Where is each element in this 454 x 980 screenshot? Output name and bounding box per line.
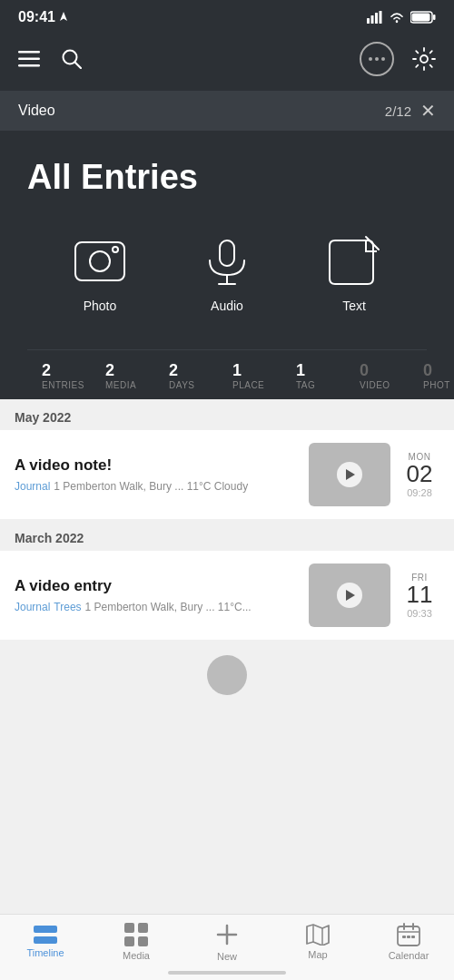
- home-indicator: [168, 971, 286, 975]
- status-icons: [367, 11, 436, 24]
- nav-new-label: New: [217, 951, 237, 962]
- more-options-button[interactable]: [356, 38, 398, 80]
- play-button-2[interactable]: [337, 583, 362, 608]
- entry-thumbnail-2: [309, 564, 390, 627]
- audio-icon: [199, 233, 255, 289]
- nav-timeline[interactable]: Timeline: [18, 926, 73, 958]
- date-day-num-1: 02: [407, 462, 433, 485]
- audio-label: Audio: [211, 299, 243, 313]
- nav-calendar[interactable]: Calendar: [381, 923, 436, 961]
- svg-rect-3: [380, 11, 382, 24]
- stat-media: 2 MEDIA: [105, 361, 160, 390]
- audio-filter-button[interactable]: Audio: [199, 233, 255, 313]
- filter-count: 2/12: [385, 103, 411, 119]
- stat-place-value: 1: [232, 361, 242, 380]
- svg-rect-0: [367, 18, 370, 24]
- media-type-grid: Photo Audio Text: [27, 233, 427, 313]
- svg-rect-34: [402, 936, 406, 938]
- svg-rect-36: [411, 936, 415, 938]
- svg-point-16: [113, 247, 118, 252]
- stat-days-value: 2: [169, 361, 178, 380]
- search-button[interactable]: [58, 45, 85, 73]
- entry-left-1: A video note! Journal 1 Pemberton Walk, …: [15, 456, 309, 493]
- entry-journal-1: Journal: [15, 480, 50, 493]
- text-icon: [326, 233, 382, 289]
- play-button-1[interactable]: [337, 462, 362, 487]
- svg-point-4: [396, 20, 399, 23]
- settings-button[interactable]: [409, 44, 439, 74]
- entry-title-2: A video entry: [15, 577, 309, 595]
- svg-line-12: [75, 63, 82, 69]
- photo-icon: [72, 233, 128, 289]
- play-triangle-icon: [346, 469, 355, 480]
- month-header-march: March 2022: [0, 520, 454, 551]
- stat-photo: 0 PHOT: [423, 361, 454, 390]
- page-title: All Entries: [27, 158, 427, 197]
- svg-rect-17: [220, 240, 234, 266]
- stat-tag-value: 1: [296, 361, 305, 380]
- stat-media-label: MEDIA: [105, 380, 136, 390]
- stats-bar: 2 ENTRIES 2 MEDIA 2 DAYS 1 PLACE 1 TAG 0…: [27, 349, 427, 399]
- status-time: 09:41: [18, 9, 68, 25]
- timeline-icon: [34, 926, 57, 944]
- filter-label: Video: [18, 103, 55, 119]
- svg-rect-1: [371, 15, 374, 24]
- svg-rect-23: [138, 923, 148, 933]
- entry-date-badge-1: MON 02 09:28: [400, 452, 439, 498]
- entry-thumbnail-1: [309, 443, 390, 506]
- stat-video-value: 0: [360, 361, 369, 380]
- hamburger-icon: [18, 51, 40, 67]
- text-filter-button[interactable]: Text: [326, 233, 382, 313]
- nav-media-label: Media: [123, 950, 150, 961]
- entry-card-1[interactable]: A video note! Journal 1 Pemberton Walk, …: [0, 430, 454, 519]
- nav-media[interactable]: Media: [109, 923, 163, 961]
- wifi-icon: [389, 12, 405, 24]
- month-header-may: May 2022: [0, 399, 454, 430]
- nav-map[interactable]: Map: [291, 924, 345, 960]
- nav-calendar-label: Calendar: [389, 950, 429, 961]
- stat-days: 2 DAYS: [169, 361, 223, 390]
- date-time-1: 09:28: [407, 487, 432, 498]
- photo-filter-button[interactable]: Photo: [72, 233, 128, 313]
- nav-timeline-label: Timeline: [26, 947, 64, 958]
- entry-meta-2: Journal Trees 1 Pemberton Walk, Bury ...…: [15, 601, 309, 613]
- nav-map-label: Map: [308, 949, 327, 960]
- status-bar: 09:41: [0, 0, 454, 31]
- svg-rect-20: [34, 926, 57, 933]
- entry-right-1: MON 02 09:28: [309, 443, 439, 506]
- filter-close-button[interactable]: ✕: [420, 100, 436, 122]
- stat-video-label: VIDEO: [360, 380, 390, 390]
- entry-location-2: 1 Pemberton Walk, Bury ... 11°C...: [85, 601, 252, 613]
- nav-new[interactable]: New: [200, 922, 254, 962]
- entry-card-2[interactable]: A video entry Journal Trees 1 Pemberton …: [0, 551, 454, 640]
- date-day-num-2: 11: [407, 583, 433, 606]
- new-icon: [214, 922, 240, 947]
- main-content: All Entries Photo Audio: [0, 131, 454, 399]
- scroll-indicator: [0, 641, 454, 710]
- stat-entries-value: 2: [42, 361, 51, 380]
- menu-button[interactable]: [15, 47, 44, 71]
- stat-place-label: PLACE: [232, 380, 264, 390]
- svg-rect-10: [18, 64, 40, 67]
- stat-entries: 2 ENTRIES: [42, 361, 96, 390]
- time-display: 09:41: [18, 9, 55, 25]
- svg-rect-22: [124, 923, 134, 933]
- entry-tag-2: Trees: [54, 601, 81, 613]
- svg-rect-8: [18, 51, 40, 54]
- photo-label: Photo: [84, 299, 117, 313]
- stat-place: 1 PLACE: [232, 361, 287, 390]
- svg-rect-7: [433, 15, 436, 20]
- stat-days-label: DAYS: [169, 380, 195, 390]
- stat-tag-label: TAG: [296, 380, 315, 390]
- more-icon: [360, 42, 394, 76]
- svg-rect-25: [138, 936, 148, 946]
- text-label: Text: [342, 299, 366, 313]
- entry-left-2: A video entry Journal Trees 1 Pemberton …: [15, 577, 309, 613]
- gear-icon: [412, 47, 436, 71]
- stat-photo-label: PHOT: [423, 380, 450, 390]
- calendar-icon: [397, 923, 420, 946]
- svg-point-15: [90, 251, 110, 271]
- stat-photo-value: 0: [423, 361, 432, 380]
- stat-entries-label: ENTRIES: [42, 380, 84, 390]
- search-icon: [62, 49, 82, 69]
